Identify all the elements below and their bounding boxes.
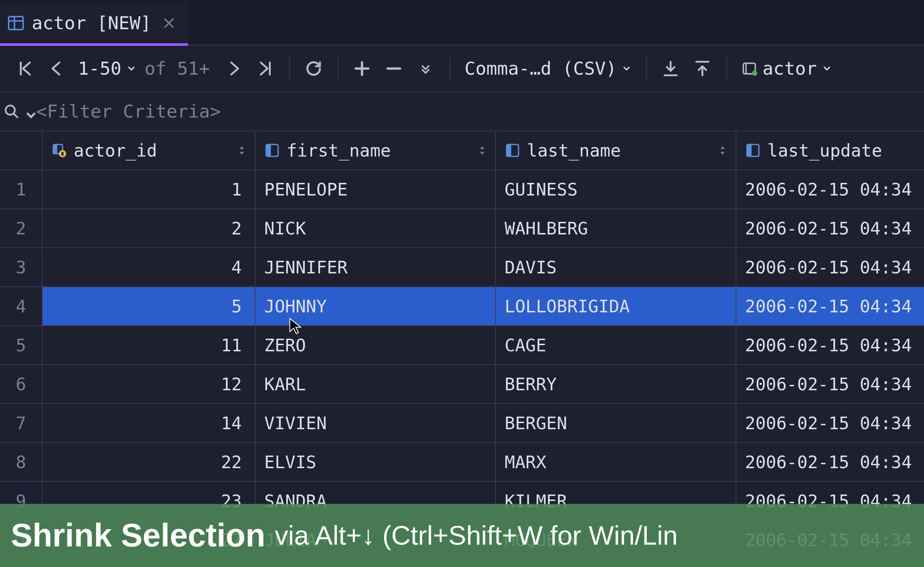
tab-actor[interactable]: actor [NEW] — [0, 2, 188, 45]
toolbar-separator — [646, 56, 647, 81]
add-row-button[interactable] — [346, 52, 378, 84]
page-total-label: of 51+ — [141, 58, 218, 79]
tab-title: actor [NEW] — [32, 13, 151, 33]
cell-first-name[interactable]: PENELOPE — [255, 170, 496, 209]
data-grid: actor_id first_name last_name — [0, 131, 924, 560]
sort-icon — [718, 145, 727, 156]
cell-actor-id[interactable]: 5 — [43, 287, 255, 326]
cell-last-name[interactable]: DAVIS — [496, 248, 736, 287]
column-label: first_name — [287, 140, 472, 160]
cell-last-name[interactable]: CAGE — [496, 326, 736, 365]
chevron-down-icon — [822, 63, 832, 74]
column-header-last-name[interactable]: last_name — [496, 131, 736, 170]
export-format-selector[interactable]: Comma-…d (CSV) — [458, 58, 638, 79]
filter-input[interactable] — [35, 100, 920, 122]
cell-actor-id[interactable]: 1 — [43, 170, 255, 209]
toolbar-separator — [289, 56, 290, 81]
cell-last-name[interactable]: BERGEN — [496, 404, 736, 443]
column-header-first-name[interactable]: first_name — [255, 131, 496, 170]
toolbar-separator — [338, 56, 338, 81]
search-icon[interactable] — [4, 104, 20, 119]
column-icon — [264, 142, 280, 158]
cell-last-name[interactable]: GUINESS — [496, 170, 736, 209]
row-number-cell[interactable]: 5 — [0, 326, 43, 365]
cell-last-update[interactable]: 2006-02-15 04:34 — [736, 209, 924, 248]
toolbar: 1-50 of 51+ Comma-…d (CSV) — [0, 45, 924, 92]
cell-last-name[interactable]: WAHLBERG — [496, 209, 736, 248]
cell-first-name[interactable]: ELVIS — [255, 443, 496, 482]
cell-first-name[interactable]: JENNIFER — [255, 248, 496, 287]
column-header-actor-id[interactable]: actor_id — [43, 131, 255, 170]
export-button[interactable] — [655, 52, 687, 84]
cell-first-name[interactable]: NICK — [255, 209, 496, 248]
more-actions-button[interactable] — [410, 52, 442, 84]
column-icon — [51, 142, 67, 158]
cell-actor-id[interactable]: 4 — [43, 248, 255, 287]
cell-last-name[interactable]: BERRY — [496, 365, 736, 404]
cell-actor-id[interactable]: 12 — [43, 365, 255, 404]
column-label: actor_id — [74, 140, 231, 160]
cell-last-update[interactable]: 2006-02-15 04:34 — [736, 248, 924, 287]
svg-rect-8 — [53, 145, 57, 154]
svg-rect-10 — [62, 152, 63, 156]
remove-row-button[interactable] — [378, 52, 410, 84]
row-number-cell[interactable]: 3 — [0, 248, 43, 287]
row-number-cell[interactable]: 6 — [0, 365, 43, 404]
cell-first-name[interactable]: ZERO — [255, 326, 496, 365]
page-range-selector[interactable]: 1-50 — [73, 58, 141, 79]
page-range-label: 1-50 — [78, 58, 121, 79]
row-number-header[interactable] — [0, 131, 43, 170]
row-number-cell[interactable]: 4 — [0, 287, 43, 326]
close-icon[interactable] — [162, 16, 176, 30]
svg-point-5 — [752, 71, 757, 76]
hint-text: via Alt+↓ (Ctrl+Shift+W for Win/Lin — [275, 520, 678, 551]
hint-title: Shrink Selection — [11, 517, 265, 554]
last-page-button[interactable] — [249, 52, 281, 84]
cell-last-update[interactable]: 2006-02-15 04:34 — [736, 170, 924, 209]
cell-first-name[interactable]: VIVIEN — [255, 404, 496, 443]
column-icon — [745, 142, 761, 158]
cell-actor-id[interactable]: 14 — [43, 404, 255, 443]
toolbar-separator — [449, 56, 450, 81]
cell-last-update[interactable]: 2006-02-15 04:34 — [736, 365, 924, 404]
column-icon — [505, 142, 520, 158]
svg-rect-0 — [9, 16, 23, 30]
svg-rect-14 — [507, 145, 511, 156]
export-format-label: Comma-…d (CSV) — [464, 58, 616, 79]
table-icon — [7, 14, 24, 32]
cell-last-update[interactable]: 2006-02-15 04:34 — [736, 326, 924, 365]
import-button[interactable] — [687, 52, 718, 84]
row-number-cell[interactable]: 1 — [0, 170, 43, 209]
table-selector[interactable]: actor — [735, 58, 838, 79]
column-header-last-update[interactable]: last_update — [736, 131, 924, 170]
first-page-button[interactable] — [9, 52, 41, 84]
chevron-down-icon — [622, 63, 632, 74]
cell-first-name[interactable]: JOHNNY — [255, 287, 496, 326]
cell-last-update[interactable]: 2006-02-15 04:34 — [736, 443, 924, 482]
sort-icon — [478, 145, 487, 156]
svg-rect-16 — [747, 145, 752, 156]
reload-button[interactable] — [298, 52, 329, 84]
chevron-down-icon[interactable] — [23, 107, 32, 116]
table-selector-label: actor — [762, 58, 817, 79]
column-label: last_update — [767, 140, 924, 160]
filter-row — [0, 92, 924, 131]
cell-actor-id[interactable]: 22 — [43, 443, 255, 482]
next-page-button[interactable] — [218, 52, 249, 84]
cell-last-update[interactable]: 2006-02-15 04:34 — [736, 287, 924, 326]
cell-first-name[interactable]: KARL — [255, 365, 496, 404]
cell-actor-id[interactable]: 11 — [43, 326, 255, 365]
hint-banner: Shrink Selection via Alt+↓ (Ctrl+Shift+W… — [0, 504, 924, 567]
row-number-cell[interactable]: 7 — [0, 404, 43, 443]
prev-page-button[interactable] — [41, 52, 73, 84]
cell-actor-id[interactable]: 2 — [43, 209, 255, 248]
sort-icon — [237, 145, 246, 156]
cell-last-name[interactable]: MARX — [496, 443, 736, 482]
table-icon — [741, 61, 757, 76]
cell-last-update[interactable]: 2006-02-15 04:34 — [736, 404, 924, 443]
column-label: last_name — [527, 140, 712, 160]
row-number-cell[interactable]: 2 — [0, 209, 43, 248]
row-number-cell[interactable]: 8 — [0, 443, 43, 482]
cell-last-name[interactable]: LOLLOBRIGIDA — [496, 287, 736, 326]
tab-strip: actor [NEW] — [0, 0, 924, 45]
